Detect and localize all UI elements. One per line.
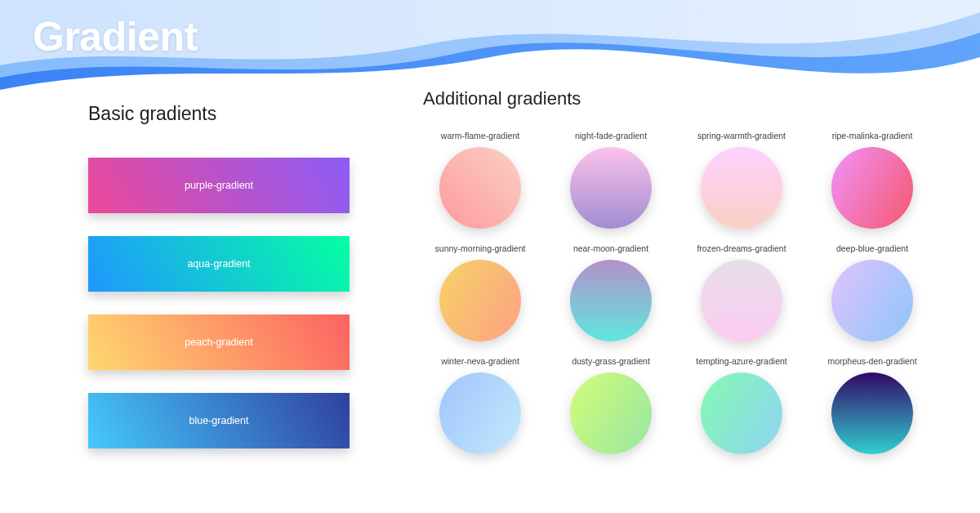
basic-heading: Basic gradients — [88, 103, 350, 125]
gradient-bar: aqua-gradient — [88, 236, 350, 292]
gradient-swatch-circle — [439, 147, 521, 229]
gradient-swatch: near-moon-gradient — [554, 243, 668, 341]
gradient-swatch-circle — [570, 147, 652, 229]
gradient-swatch: dusty-grass-gradient — [554, 356, 668, 454]
gradient-swatch-label: near-moon-gradient — [573, 243, 648, 253]
gradient-swatch-label: sunny-morning-gradient — [435, 243, 526, 253]
gradient-bar-label: peach-gradient — [185, 337, 252, 348]
gradient-swatch: spring-warmth-gradient — [684, 131, 799, 229]
gradient-swatch-circle — [831, 260, 913, 341]
gradient-swatch-circle — [831, 147, 913, 229]
gradient-swatch-circle — [439, 260, 521, 341]
content: Basic gradients purple-gradientaqua-grad… — [0, 88, 980, 454]
gradient-swatch: tempting-azure-gradient — [684, 356, 799, 454]
gradient-bar: purple-gradient — [88, 158, 350, 213]
gradient-swatch-label: dusty-grass-gradient — [572, 356, 650, 366]
gradient-swatch-label: deep-blue-gradient — [836, 243, 908, 253]
gradient-swatch-circle — [831, 372, 913, 454]
gradient-bar-label: blue-gradient — [189, 415, 249, 426]
additional-heading: Additional gradients — [423, 88, 947, 109]
gradient-swatch-label: night-fade-gradient — [575, 131, 647, 141]
gradient-swatch: winter-neva-gradient — [423, 356, 537, 454]
gradient-bar-label: aqua-gradient — [187, 258, 250, 270]
gradient-swatch-label: tempting-azure-gradient — [696, 356, 786, 366]
basic-gradients-section: Basic gradients purple-gradientaqua-grad… — [88, 88, 350, 454]
gradient-swatch-circle — [701, 147, 782, 229]
gradient-swatch-circle — [701, 260, 782, 341]
gradient-swatch-label: spring-warmth-gradient — [697, 131, 786, 141]
gradient-swatch: morpheus-den-gradient — [815, 356, 929, 454]
gradient-swatch: sunny-morning-gradient — [423, 243, 537, 341]
gradient-bar: blue-gradient — [88, 393, 350, 448]
page-title: Gradient — [33, 13, 198, 60]
gradient-bar: peach-gradient — [88, 314, 350, 370]
gradient-swatch-circle — [701, 372, 782, 454]
gradient-swatch-label: warm-flame-gradient — [441, 131, 519, 141]
gradient-swatch-circle — [439, 372, 521, 454]
gradient-swatch-label: frozen-dreams-gradient — [697, 243, 786, 253]
additional-gradients-section: Additional gradients warm-flame-gradient… — [423, 88, 947, 454]
basic-gradient-list: purple-gradientaqua-gradientpeach-gradie… — [88, 158, 350, 448]
gradient-swatch: night-fade-gradient — [554, 131, 668, 229]
additional-gradient-grid: warm-flame-gradientnight-fade-gradientsp… — [423, 131, 947, 454]
gradient-bar-label: purple-gradient — [185, 180, 253, 191]
gradient-swatch: ripe-malinka-gradient — [815, 131, 929, 229]
gradient-swatch-label: winter-neva-gradient — [441, 356, 519, 366]
gradient-swatch-circle — [570, 372, 652, 454]
gradient-swatch: frozen-dreams-gradient — [684, 243, 799, 341]
gradient-swatch-label: morpheus-den-gradient — [827, 356, 916, 366]
gradient-swatch-label: ripe-malinka-gradient — [832, 131, 913, 141]
gradient-swatch: warm-flame-gradient — [423, 131, 537, 229]
gradient-swatch: deep-blue-gradient — [815, 243, 929, 341]
gradient-swatch-circle — [570, 260, 652, 341]
